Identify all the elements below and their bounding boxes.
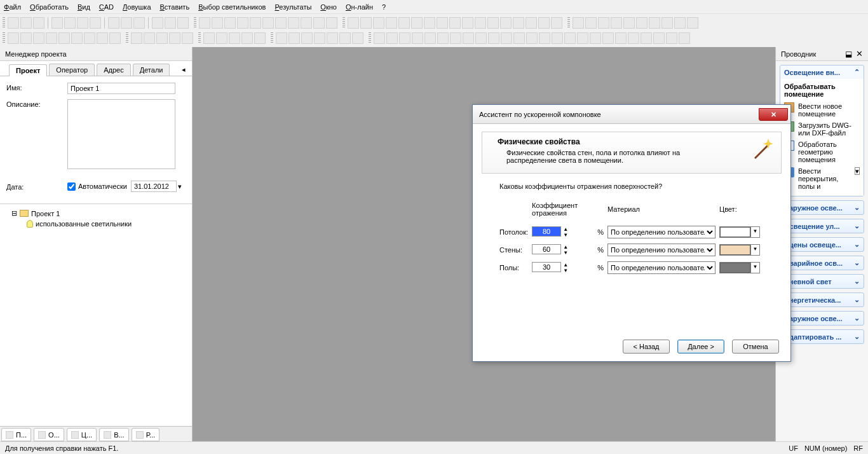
pin-icon[interactable]: ⬓	[845, 47, 852, 61]
toolbar-icon[interactable]	[674, 17, 686, 29]
tree-root[interactable]: ⊟ Проект 1	[4, 208, 188, 219]
ceiling-color-button[interactable]: ▼	[719, 226, 760, 238]
toolbar-icon[interactable]	[262, 17, 274, 29]
toolbar-icon[interactable]	[288, 32, 300, 44]
menu-online[interactable]: Он-лайн	[346, 3, 373, 11]
toolbar-icon[interactable]	[199, 17, 210, 29]
toolbar-icon[interactable]	[182, 32, 193, 44]
menu-luminaires[interactable]: Выбор светильников	[198, 3, 266, 11]
date-dropdown-icon[interactable]: ▾	[178, 182, 182, 191]
toolbar-icon[interactable]	[564, 32, 576, 44]
toolbar-icon[interactable]	[463, 32, 474, 44]
toolbar-icon[interactable]	[585, 17, 597, 29]
name-input[interactable]	[67, 83, 175, 94]
toolbar-icon[interactable]	[237, 17, 248, 29]
toolbar-icon[interactable]	[462, 17, 473, 29]
floors-coef-input[interactable]	[532, 262, 561, 272]
toolbar-icon[interactable]	[84, 32, 95, 44]
toolbar-icon[interactable]	[314, 32, 325, 44]
toolbar-icon[interactable]	[348, 17, 359, 29]
tab-address[interactable]: Адрес	[97, 64, 131, 76]
toolbar-icon[interactable]	[121, 17, 132, 29]
toolbar-icon[interactable]	[615, 32, 627, 44]
toolbar-icon[interactable]	[8, 32, 19, 44]
acc-item-load-dwg[interactable]: Загрузить DWG- или DXF-файл	[783, 120, 861, 139]
toolbar-icon[interactable]	[288, 17, 299, 29]
floors-color-button[interactable]: ▼	[719, 262, 760, 273]
tree-collapse-icon[interactable]: ⊟	[11, 209, 17, 217]
toolbar-icon[interactable]	[64, 17, 76, 29]
toolbar-icon[interactable]	[58, 32, 70, 44]
toolbar-icon[interactable]	[51, 17, 63, 29]
toolbar-icon[interactable]	[590, 32, 601, 44]
ceiling-coef-input[interactable]	[532, 226, 561, 237]
tree-child[interactable]: использованные светильники	[4, 219, 188, 229]
toolbar-icon[interactable]	[551, 17, 562, 29]
toolbar-icon[interactable]	[276, 32, 287, 44]
toolbar-icon[interactable]	[108, 17, 119, 29]
toolbar-icon[interactable]	[623, 17, 635, 29]
toolbar-icon[interactable]	[360, 17, 372, 29]
project-tree[interactable]: ⊟ Проект 1 использованные светильники	[0, 203, 192, 426]
acc-section[interactable]: Сцены освеще...⌄	[780, 237, 864, 252]
acc-header[interactable]: Освещение вн...⌃	[780, 65, 864, 79]
toolbar-icon[interactable]	[598, 17, 609, 29]
date-input[interactable]	[131, 181, 177, 192]
toolbar-icon[interactable]	[313, 17, 325, 29]
toolbar-icon[interactable]	[156, 32, 168, 44]
auto-checkbox[interactable]	[67, 182, 76, 191]
workspace-canvas[interactable]: Ассистент по ускоренной компоновке ✕ Физ…	[193, 47, 775, 441]
acc-section[interactable]: Наружное осве...⌄	[780, 311, 864, 326]
cancel-button[interactable]: Отмена	[732, 340, 779, 354]
acc-section[interactable]: Наружное осве...⌄	[780, 200, 864, 215]
toolbar-icon[interactable]	[538, 17, 550, 29]
toolbar-icon[interactable]	[513, 17, 524, 29]
toolbar-icon[interactable]	[216, 32, 227, 44]
toolbar-icon[interactable]	[90, 17, 101, 29]
acc-item-edit-geometry[interactable]: Обработать геометрию помещения	[783, 139, 861, 165]
toolbar-icon[interactable]	[177, 17, 189, 29]
toolbar-icon[interactable]	[679, 32, 690, 44]
acc-section[interactable]: Дневной свет⌄	[780, 274, 864, 289]
toolbar-icon[interactable]	[641, 32, 652, 44]
toolbar-icon[interactable]	[152, 17, 163, 29]
toolbar-icon[interactable]	[661, 17, 673, 29]
toolbar-icon[interactable]	[386, 32, 398, 44]
menu-file[interactable]: Файл	[4, 3, 21, 11]
tab-project[interactable]: Проект	[9, 64, 47, 76]
ceiling-material-select[interactable]: По определению пользователя	[607, 226, 715, 238]
toolbar-icon[interactable]	[165, 17, 176, 29]
back-button[interactable]: < Назад	[623, 340, 670, 354]
toolbar-icon[interactable]	[144, 32, 155, 44]
toolbar-icon[interactable]	[109, 32, 121, 44]
toolbar-icon[interactable]	[20, 17, 32, 29]
acc-section[interactable]: Аварийное осв...⌄	[780, 256, 864, 270]
toolbar-icon[interactable]	[526, 32, 538, 44]
toolbar-icon[interactable]	[412, 32, 423, 44]
acc-section[interactable]: Энергетическа...⌄	[780, 292, 864, 307]
toolbar-icon[interactable]	[687, 17, 698, 29]
tab-operator[interactable]: Оператор	[49, 64, 95, 76]
toolbar-icon[interactable]	[77, 17, 88, 29]
toolbar-icon[interactable]	[398, 17, 410, 29]
toolbar-icon[interactable]	[97, 32, 108, 44]
menu-results[interactable]: Результаты	[275, 3, 311, 11]
toolbar-icon[interactable]	[411, 17, 423, 29]
toolbar-icon[interactable]	[352, 32, 363, 44]
next-button[interactable]: Далее >	[677, 340, 724, 354]
walls-material-select[interactable]: По определению пользователя	[607, 244, 715, 256]
toolbar-icon[interactable]	[501, 32, 512, 44]
toolbar-icon[interactable]	[449, 17, 461, 29]
menu-insert[interactable]: Вставить	[160, 3, 190, 11]
floors-material-select[interactable]: По определению пользователя	[607, 261, 715, 274]
toolbar-icon[interactable]	[229, 32, 240, 44]
bottom-tab[interactable]: Ц...	[67, 428, 97, 441]
toolbar-icon[interactable]	[71, 32, 83, 44]
acc-item-insert-floors[interactable]: Ввести перекрытия, полы и▾	[783, 165, 861, 192]
toolbar-icon[interactable]	[212, 17, 223, 29]
toolbar-icon[interactable]	[424, 32, 436, 44]
dropdown-icon[interactable]: ▾	[855, 167, 860, 175]
bottom-tab[interactable]: О...	[34, 428, 64, 441]
toolbar-icon[interactable]	[552, 32, 563, 44]
toolbar-icon[interactable]	[437, 32, 449, 44]
